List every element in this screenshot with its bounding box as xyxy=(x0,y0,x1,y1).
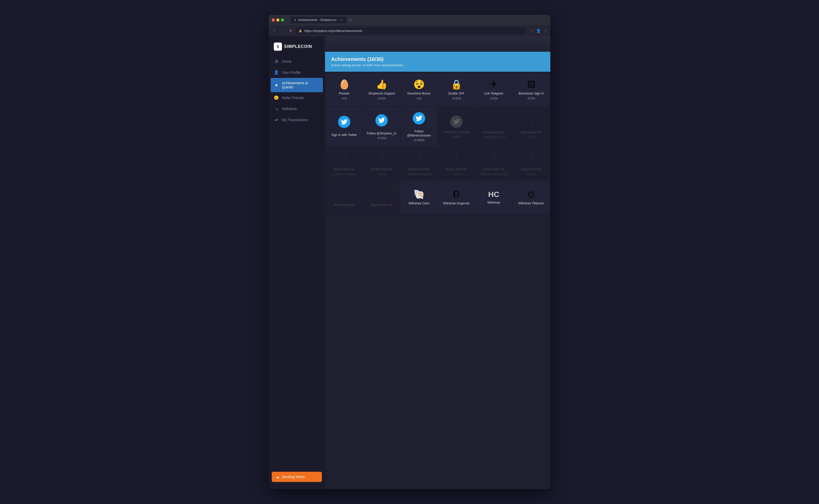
maximize-button[interactable] xyxy=(281,18,284,22)
achievement-link-telegram[interactable]: ✈ Link Telegram +0.5% xyxy=(476,73,512,106)
back-button[interactable]: ← xyxy=(272,27,278,34)
svg-text:10: 10 xyxy=(492,116,495,119)
lock-icon: 🔒 xyxy=(299,29,302,33)
reload-button[interactable]: ↻ xyxy=(288,27,293,34)
sidebar-label-withdraw: Withdraw xyxy=(282,107,297,111)
achievement-pioneer[interactable]: 🥚 Pioneer +1% xyxy=(326,73,362,106)
svg-rect-2 xyxy=(492,123,496,124)
level-50-bonus: +25,000,000 hashes xyxy=(406,173,432,176)
achievement-downtime-bonus[interactable]: 😵 Downtime Bonus +1% xyxy=(401,73,437,106)
level-10-name: Reach level 10 xyxy=(484,131,504,135)
desktop-miner-button[interactable]: ☁ Desktop Miner xyxy=(272,472,322,482)
sidebar-item-home[interactable]: ⊞ Home xyxy=(269,56,325,67)
level-80-icon: 80 xyxy=(526,152,536,165)
desktop-miner-icon: ☁ xyxy=(276,475,279,479)
svg-rect-23 xyxy=(529,160,533,161)
active-tab[interactable]: ● Achievements - Simpleco.in - ✕ xyxy=(290,17,346,23)
achievement-level-70[interactable]: 70 Reach level 70 +500,000,000 hashes xyxy=(476,147,512,180)
sidebar-label-home: Home xyxy=(282,59,291,64)
achievements-grid: 🥚 Pioneer +1% 👍 Simplecoin Support +0.5%… xyxy=(325,72,550,215)
svg-text:50: 50 xyxy=(417,153,421,156)
tab-close-button[interactable]: ✕ xyxy=(340,19,342,22)
sidebar-item-refer[interactable]: 😊 Refer Friends xyxy=(269,92,325,103)
achievement-simplecoin-support[interactable]: 👍 Simplecoin Support +0.5% xyxy=(363,73,400,106)
achievement-follow-cgrieger[interactable]: Follow @C_Grieger +0.005% xyxy=(438,107,475,146)
achievement-enable-2fa[interactable]: 🔒 Enable 2FA +0.01% xyxy=(438,73,475,106)
svg-rect-19 xyxy=(493,159,495,160)
new-tab-button[interactable]: + xyxy=(349,18,352,22)
main-layout: S SIMPLECOIN ⊞ Home 👤 User Profile ★ Ach… xyxy=(269,36,550,489)
achievement-follow-simpleco[interactable]: Follow @Simpleco_in +0.01% xyxy=(363,107,400,146)
level-40-bonus: +0.2% xyxy=(377,173,386,176)
achievement-level-30[interactable]: 30 Reach level 30 +2,500,000 hashes xyxy=(326,147,362,180)
level-10-bonus: +1,000,000 hashes xyxy=(482,135,506,139)
follow-simpleco-bonus: +0.01% xyxy=(377,137,386,140)
achievement-level-90[interactable]: 90 Reach level 90 xyxy=(326,181,362,214)
close-button[interactable] xyxy=(272,18,275,22)
sidebar-label-user-profile: User Profile xyxy=(282,70,301,75)
achievements-subtitle: (Hash mining bonus +3.02% from achieveme… xyxy=(331,63,544,67)
level-60-name: Reach level 60 xyxy=(446,167,466,172)
link-telegram-name: Link Telegram xyxy=(484,92,503,96)
achievement-withdraw-tittiecoin[interactable]: ⊙ Withdraw Tittiecoin xyxy=(513,181,549,214)
svg-text:80: 80 xyxy=(530,153,533,156)
svg-rect-29 xyxy=(380,196,383,197)
level-90-icon: 90 xyxy=(339,188,349,201)
svg-rect-11 xyxy=(380,160,383,161)
enable-2fa-bonus: +0.01% xyxy=(451,97,461,100)
level-80-name: Reach level 80 xyxy=(521,167,541,172)
menu-button[interactable]: ⋮ xyxy=(544,29,547,33)
achievement-withdraw-dogecoin[interactable]: Ð Withdraw Dogecoin xyxy=(438,181,475,214)
user-icon: 👤 xyxy=(274,70,279,75)
logo-icon: S xyxy=(274,43,282,51)
achievement-withdraw-hc[interactable]: HC Withdraw xyxy=(476,181,512,214)
level-10-icon: 10 xyxy=(489,115,499,128)
transactions-icon: ⇄ xyxy=(274,117,279,122)
level-50-icon: 50 xyxy=(414,152,424,165)
blockstack-signin-icon: ⚄ xyxy=(527,80,535,89)
achievement-level-80[interactable]: 80 Reach level 80 +0.4% xyxy=(513,147,549,180)
achievement-level-20[interactable]: 20 Reach level 20 +0.1% xyxy=(513,107,549,146)
simplecoin-support-name: Simplecoin Support xyxy=(368,92,395,96)
enable-2fa-icon: 🔒 xyxy=(451,80,462,89)
svg-rect-20 xyxy=(492,160,496,161)
sidebar-item-transactions[interactable]: ⇄ My Transactions xyxy=(269,114,325,125)
follow-simpleco-name: Follow @Simpleco_in xyxy=(367,132,396,136)
level-30-name: Reach level 30 xyxy=(334,167,354,172)
follow-cgrieger-bonus: +0.005% xyxy=(451,135,462,138)
follow-marvin-bonus: +0.005% xyxy=(413,139,425,142)
withdraw-dogecoin-name: Withdraw Dogecoin xyxy=(443,202,470,206)
achievement-level-40[interactable]: 40 Reach level 40 +0.2% xyxy=(363,147,400,180)
achievement-level-10[interactable]: 10 Reach level 10 +1,000,000 hashes xyxy=(476,107,512,146)
level-40-icon: 40 xyxy=(376,152,387,165)
svg-rect-14 xyxy=(417,160,421,161)
achievement-level-50[interactable]: 50 Reach level 50 +25,000,000 hashes xyxy=(401,147,437,180)
sidebar-item-withdraw[interactable]: ↘ Withdraw xyxy=(269,103,325,114)
achievement-signin-twitter[interactable]: Sign in with Twitter xyxy=(326,107,362,146)
achievement-withdraw-clam[interactable]: 🐚 Withdraw Clam xyxy=(401,181,437,214)
minimize-button[interactable] xyxy=(276,18,279,22)
achievement-blockstack-signin[interactable]: ⚄ Blockstack Sign In +0.5% xyxy=(513,73,549,106)
sidebar-item-user-profile[interactable]: 👤 User Profile xyxy=(269,67,325,78)
follow-cgrieger-icon xyxy=(450,115,463,128)
achievement-level-100[interactable]: 100 Reach level 100 xyxy=(363,181,400,214)
sidebar-label-transactions: My Transactions xyxy=(282,118,308,122)
level-50-name: Reach level 50 xyxy=(409,167,429,172)
svg-rect-13 xyxy=(418,159,420,160)
bookmark-button[interactable]: ☆ xyxy=(530,29,533,33)
achievement-follow-marvin[interactable]: Follow @MarvinJanssen +0.005% xyxy=(401,107,437,146)
level-100-name: Reach level 100 xyxy=(371,203,393,207)
level-100-icon: 100 xyxy=(376,188,387,201)
sidebar-item-achievements[interactable]: ★ Achievements & Quests xyxy=(271,78,323,92)
logo-text: SIMPLECOIN xyxy=(284,44,312,49)
profile-button[interactable]: 👤 xyxy=(536,29,541,33)
forward-button[interactable]: → xyxy=(280,27,286,34)
pioneer-name: Pioneer xyxy=(339,92,349,96)
titlebar: ● Achievements - Simpleco.in - ✕ + xyxy=(269,15,550,25)
achievement-level-60[interactable]: 60 Reach level 60 +0.3% xyxy=(438,147,475,180)
svg-text:70: 70 xyxy=(492,153,495,156)
address-bar[interactable]: 🔒 https://simpleco.in/profile/achievemen… xyxy=(296,27,526,34)
achievements-title: Achievements (16/30) xyxy=(331,56,544,62)
follow-marvin-icon xyxy=(413,112,425,127)
signin-twitter-name: Sign in with Twitter xyxy=(331,133,357,137)
